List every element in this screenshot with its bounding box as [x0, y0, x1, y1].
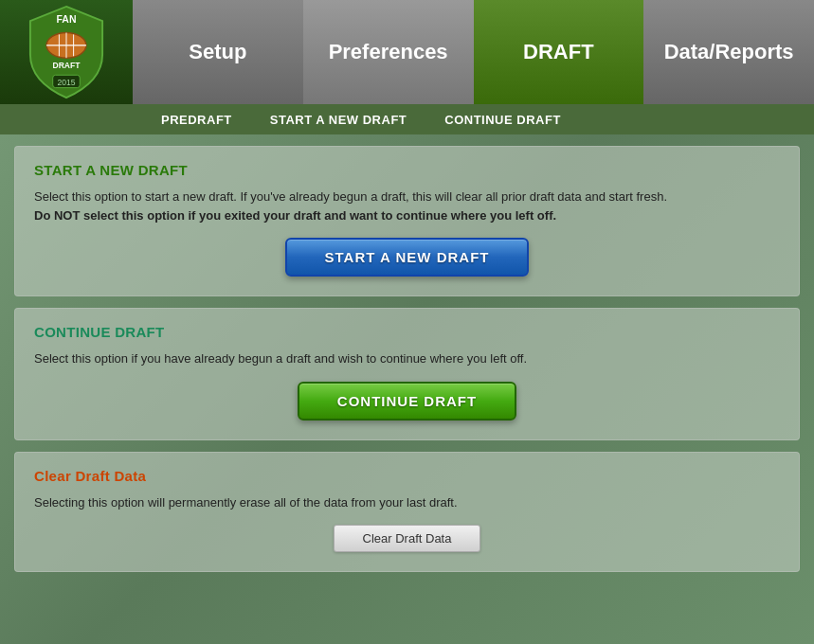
tab-draft[interactable]: DRAFT — [474, 0, 644, 104]
tab-preferences[interactable]: Preferences — [303, 0, 474, 104]
continue-draft-card: CONTINUE DRAFT Select this option if you… — [14, 308, 800, 440]
continue-draft-title: CONTINUE DRAFT — [34, 324, 780, 340]
svg-text:FAN: FAN — [57, 14, 77, 25]
start-new-draft-button[interactable]: START A NEW DRAFT — [285, 238, 530, 277]
main-content: START A NEW DRAFT Select this option to … — [0, 134, 814, 583]
svg-text:2015: 2015 — [57, 78, 75, 87]
subnav-predraft[interactable]: PREDRAFT — [142, 104, 251, 134]
clear-draft-data-card: Clear Draft Data Selecting this option w… — [14, 452, 800, 573]
nav-tabs: Setup Preferences DRAFT Data/Reports — [133, 0, 814, 104]
start-new-draft-title: START A NEW DRAFT — [34, 162, 780, 178]
sub-nav: PREDRAFT START A NEW DRAFT CONTINUE DRAF… — [0, 104, 814, 134]
svg-text:DRAFT: DRAFT — [52, 61, 81, 70]
clear-draft-data-title: Clear Draft Data — [34, 468, 780, 484]
tab-setup[interactable]: Setup — [133, 0, 303, 104]
continue-draft-button[interactable]: CONTINUE DRAFT — [298, 382, 516, 420]
subnav-start-new-draft[interactable]: START A NEW DRAFT — [251, 104, 426, 134]
clear-draft-data-desc: Selecting this option will permanently e… — [34, 493, 780, 512]
continue-draft-desc: Select this option if you have already b… — [34, 349, 780, 368]
logo-container: FAN DRAFT 2015 — [0, 0, 133, 104]
clear-draft-data-button[interactable]: Clear Draft Data — [334, 525, 481, 552]
start-new-draft-desc: Select this option to start a new draft.… — [34, 188, 780, 224]
start-new-draft-card: START A NEW DRAFT Select this option to … — [14, 146, 800, 296]
tab-data-reports[interactable]: Data/Reports — [643, 0, 814, 104]
subnav-continue-draft[interactable]: CONTINUE DRAFT — [425, 104, 580, 134]
